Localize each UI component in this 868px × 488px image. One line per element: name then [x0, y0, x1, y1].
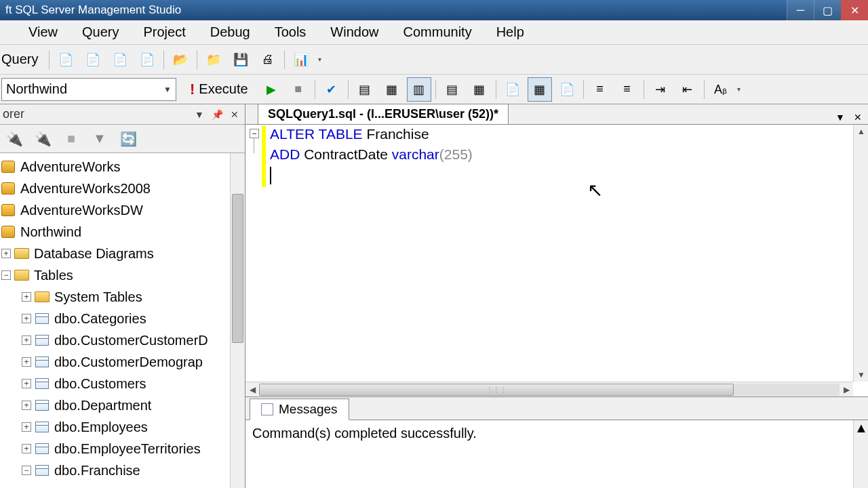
- expand-icon[interactable]: +: [22, 379, 31, 388]
- include-stats-icon[interactable]: ▦: [467, 77, 492, 102]
- menu-query[interactable]: Query: [70, 20, 131, 44]
- expand-icon[interactable]: +: [22, 401, 31, 410]
- sql-editor[interactable]: − ALTER TABLE Franchise ADD ContractDate…: [245, 125, 868, 397]
- filter-icon[interactable]: ▼: [88, 127, 111, 150]
- tab-dropdown-icon[interactable]: ▼: [833, 110, 848, 124]
- window-controls: ─ ▢ ✕: [787, 0, 868, 20]
- explorer-vscrollbar[interactable]: [230, 153, 245, 488]
- new-mdx-icon[interactable]: 📄: [81, 47, 105, 72]
- menu-view[interactable]: View: [16, 20, 70, 44]
- print-icon[interactable]: 🖨: [256, 47, 280, 72]
- scroll-right-icon[interactable]: ▶: [840, 383, 853, 396]
- expand-icon[interactable]: +: [1, 249, 11, 258]
- fold-collapse-icon[interactable]: −: [250, 129, 259, 138]
- messages-vscrollbar[interactable]: ▲: [853, 420, 868, 488]
- scroll-up-icon[interactable]: ▲: [854, 420, 868, 436]
- collapse-icon[interactable]: −: [1, 270, 11, 280]
- query-options-icon[interactable]: ▦: [380, 77, 404, 102]
- table-item[interactable]: +dbo.Employees: [0, 416, 245, 438]
- collapse-icon[interactable]: −: [22, 466, 31, 475]
- menu-window[interactable]: Window: [318, 20, 391, 44]
- hscroll-thumb[interactable]: ⋮⋮⋮: [259, 384, 734, 396]
- parse-check-icon[interactable]: ✔: [319, 77, 344, 102]
- debug-play-icon[interactable]: ▶: [259, 77, 283, 102]
- specify-values-icon[interactable]: Aᵦ: [709, 77, 733, 102]
- db-item[interactable]: AdventureWorksDW: [0, 199, 245, 221]
- open-file-icon[interactable]: 📂: [168, 47, 193, 72]
- scrollbar-thumb[interactable]: [232, 194, 243, 343]
- database-icon: [1, 161, 15, 173]
- expand-icon[interactable]: +: [22, 336, 31, 345]
- outdent-icon[interactable]: ⇤: [675, 77, 700, 102]
- table-item[interactable]: +dbo.CustomerCustomerD: [0, 329, 245, 351]
- tab-close-icon[interactable]: ✕: [850, 110, 865, 124]
- toolbar2-overflow-icon[interactable]: ▾: [734, 77, 744, 102]
- folder-diagrams[interactable]: +Database Diagrams: [0, 243, 245, 264]
- results-grid-icon[interactable]: ▦: [528, 77, 552, 102]
- results-file-icon[interactable]: 📄: [555, 77, 579, 102]
- folder-system-tables[interactable]: +System Tables: [0, 286, 245, 308]
- table-item[interactable]: +dbo.Customers: [0, 373, 245, 394]
- table-item[interactable]: +dbo.EmployeeTerritories: [0, 438, 245, 460]
- table-item[interactable]: −dbo.Franchise: [0, 460, 245, 481]
- scroll-up-icon[interactable]: ▲: [854, 125, 868, 138]
- editor-vscrollbar[interactable]: ▲ ▼: [853, 125, 868, 382]
- stop-icon[interactable]: ■: [286, 77, 311, 102]
- menu-tools[interactable]: Tools: [262, 20, 319, 44]
- scroll-left-icon[interactable]: ◀: [245, 383, 259, 396]
- toolbar-overflow-icon[interactable]: ▾: [315, 47, 324, 72]
- explorer-tree[interactable]: AdventureWorks AdventureWorks2008 Advent…: [0, 153, 245, 488]
- new-query-label[interactable]: Query: [1, 52, 46, 67]
- disconnect-icon[interactable]: 🔌: [31, 127, 54, 150]
- db-item[interactable]: Northwind: [0, 221, 245, 243]
- expand-icon[interactable]: +: [22, 444, 31, 453]
- messages-body[interactable]: Command(s) completed successfully. ▲: [245, 420, 868, 488]
- new-dmx-icon[interactable]: 📄: [108, 47, 132, 72]
- intellisense-icon[interactable]: ▥: [407, 77, 431, 102]
- messages-panel: Messages Command(s) completed successful…: [245, 397, 868, 488]
- activity-monitor-icon[interactable]: 📊: [289, 47, 313, 72]
- database-icon: [1, 226, 15, 238]
- db-item[interactable]: AdventureWorks2008: [0, 178, 245, 199]
- table-item[interactable]: +dbo.Department: [0, 394, 245, 416]
- expand-icon[interactable]: +: [22, 422, 31, 432]
- maximize-button[interactable]: ▢: [814, 0, 841, 20]
- explorer-dropdown-icon[interactable]: ▼: [192, 108, 207, 121]
- explorer-pin-icon[interactable]: 📌: [210, 108, 224, 121]
- new-xmla-icon[interactable]: 📄: [135, 47, 159, 72]
- menu-help[interactable]: Help: [484, 20, 536, 44]
- messages-tab[interactable]: Messages: [250, 399, 349, 420]
- stop-refresh-icon[interactable]: ■: [60, 127, 83, 150]
- uncomment-icon[interactable]: ≡: [615, 77, 639, 102]
- editor-hscrollbar[interactable]: ◀ ⋮⋮⋮ ▶: [245, 382, 853, 396]
- db-item[interactable]: AdventureWorks: [0, 156, 245, 178]
- editor-area: SQLQuery1.sql - (l...ERUSER\user (52))* …: [245, 104, 868, 488]
- new-file-icon[interactable]: 📄: [54, 47, 78, 72]
- minimize-button[interactable]: ─: [787, 0, 814, 20]
- expand-icon[interactable]: +: [22, 357, 31, 367]
- expand-icon[interactable]: +: [22, 314, 31, 323]
- close-button[interactable]: ✕: [841, 0, 868, 20]
- indent-icon[interactable]: ⇥: [648, 77, 673, 102]
- folder-tables[interactable]: −Tables: [0, 264, 245, 286]
- menu-debug[interactable]: Debug: [198, 20, 262, 44]
- menu-project[interactable]: Project: [131, 20, 197, 44]
- menu-community[interactable]: Community: [391, 20, 484, 44]
- display-plan-icon[interactable]: ▤: [353, 77, 377, 102]
- results-text-icon[interactable]: 📄: [500, 77, 525, 102]
- table-item[interactable]: +dbo.CustomerDemograp: [0, 351, 245, 373]
- execute-button[interactable]: ! Execute: [183, 78, 255, 101]
- expand-icon[interactable]: +: [22, 292, 31, 302]
- database-select-value: Northwind: [6, 81, 67, 97]
- connect-icon[interactable]: 🔌: [3, 127, 26, 150]
- include-plan-icon[interactable]: ▤: [440, 77, 465, 102]
- open-folder-icon[interactable]: 📁: [201, 47, 226, 72]
- table-item[interactable]: +dbo.Categories: [0, 308, 245, 329]
- comment-icon[interactable]: ≡: [588, 77, 612, 102]
- explorer-close-icon[interactable]: ✕: [227, 108, 242, 121]
- refresh-icon[interactable]: 🔄: [117, 127, 140, 150]
- scroll-down-icon[interactable]: ▼: [854, 368, 868, 382]
- editor-tab[interactable]: SQLQuery1.sql - (l...ERUSER\user (52))*: [258, 104, 509, 124]
- database-select[interactable]: Northwind ▼: [1, 78, 176, 101]
- save-icon[interactable]: 💾: [229, 47, 253, 72]
